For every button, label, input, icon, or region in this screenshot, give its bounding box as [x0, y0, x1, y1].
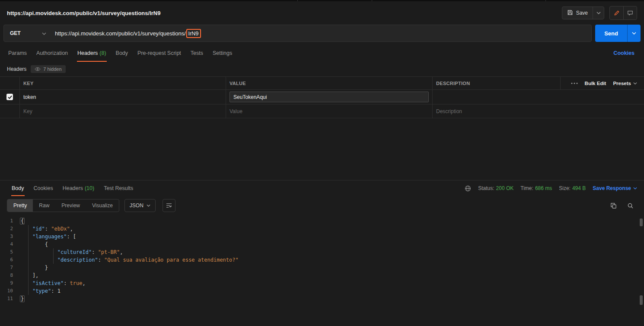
code-line: 9 "isActive": true,	[0, 279, 644, 287]
header-cell-value: VALUE	[226, 77, 432, 89]
bulk-edit-button[interactable]: Bulk Edit	[585, 81, 606, 86]
code-line: 8 ],	[0, 272, 644, 279]
topbar-actions: Save	[562, 6, 637, 20]
row-checkbox-cell	[0, 104, 19, 118]
key-cell[interactable]: token	[19, 90, 226, 104]
tab-authorization[interactable]: Authorization	[32, 44, 73, 62]
description-placeholder[interactable]: Description	[432, 104, 644, 118]
response-tab-headers-label: Headers	[63, 185, 83, 191]
presets-button[interactable]: Presets	[613, 81, 637, 86]
size-value: 494 B	[572, 185, 586, 191]
response-section: Body Cookies Headers (10) Test Results S…	[0, 180, 644, 326]
save-response-label: Save Response	[593, 185, 631, 191]
format-label: JSON	[130, 203, 143, 209]
tab-separator	[545, 0, 546, 1]
code-line: 4 {	[0, 241, 644, 248]
response-tab-headers[interactable]: Headers (10)	[58, 180, 99, 196]
wrap-lines-button[interactable]	[163, 199, 175, 212]
chevron-down-icon	[633, 187, 637, 190]
value-cell: SeuTokenAqui	[226, 90, 432, 104]
row-checkbox-cell	[0, 90, 19, 104]
edit-button[interactable]	[610, 6, 623, 19]
line-number: 3	[0, 233, 20, 241]
method-select[interactable]: GET	[4, 30, 52, 36]
method-label: GET	[10, 30, 21, 36]
response-meta: Status: 200 OK Time: 686 ms Size: 494 B …	[465, 185, 637, 192]
copy-response-button[interactable]	[610, 203, 617, 209]
tab-prerequest-script[interactable]: Pre-request Script	[133, 44, 186, 62]
line-number: 8	[0, 272, 20, 279]
send-button[interactable]: Send	[595, 25, 627, 42]
row-checkbox[interactable]	[6, 94, 13, 100]
value-placeholder[interactable]: Value	[226, 104, 432, 118]
send-options-button[interactable]	[627, 25, 641, 42]
check-icon	[8, 95, 12, 99]
response-tab-test-results[interactable]: Test Results	[99, 180, 138, 196]
view-pretty-button[interactable]: Pretty	[7, 199, 33, 212]
presets-label: Presets	[613, 81, 631, 86]
size-badge: Size: 494 B	[559, 185, 586, 191]
comments-button[interactable]	[623, 6, 637, 19]
url-text: https://api.movidesk.com/public/v1/surve…	[55, 30, 186, 37]
more-dots-icon	[571, 82, 578, 84]
line-number: 2	[0, 225, 20, 233]
send-button-group: Send	[595, 25, 641, 42]
scrollbar-thumb[interactable]	[640, 295, 643, 305]
view-raw-button[interactable]: Raw	[33, 199, 55, 212]
response-tab-body[interactable]: Body	[7, 180, 29, 196]
workspace-tab-strip	[0, 0, 644, 1]
response-actions	[610, 203, 637, 209]
code-line: 2 "id": "ebDx",	[0, 225, 644, 233]
line-number: 5	[0, 248, 20, 256]
key-placeholder[interactable]: Key	[19, 104, 226, 118]
response-tab-cookies[interactable]: Cookies	[29, 180, 58, 196]
line-number: 6	[0, 256, 20, 264]
code-line: 3 "languages": [	[0, 233, 644, 241]
network-info-button[interactable]	[465, 185, 471, 192]
tab-params[interactable]: Params	[3, 44, 32, 62]
url-control: GET https://api.movidesk.com/public/v1/s…	[3, 25, 592, 42]
empty-area	[0, 118, 644, 180]
format-select[interactable]: JSON	[124, 199, 156, 212]
tab-headers[interactable]: Headers (8)	[73, 44, 111, 62]
line-number: 11	[0, 295, 20, 303]
line-number: 10	[0, 287, 20, 295]
chevron-down-icon	[633, 82, 637, 85]
search-response-button[interactable]	[627, 203, 634, 209]
postman-window: https://api.movidesk.com/public/v1/surve…	[0, 0, 644, 326]
globe-icon	[465, 185, 471, 192]
header-cell-description: DESCRIPTION	[432, 77, 560, 89]
tab-settings[interactable]: Settings	[208, 44, 237, 62]
view-preview-button[interactable]: Preview	[55, 199, 86, 212]
value-input[interactable]: SeuTokenAqui	[230, 92, 429, 102]
request-tabs: Params Authorization Headers (8) Body Pr…	[0, 44, 644, 62]
url-input[interactable]: https://api.movidesk.com/public/v1/surve…	[52, 29, 591, 38]
wrap-lines-icon	[166, 203, 172, 208]
save-button-group: Save	[562, 6, 604, 19]
save-button-label: Save	[576, 10, 588, 16]
line-number: 4	[0, 241, 20, 248]
response-body-editor: 1{2 "id": "ebDx",3 "languages": [4 {5 "c…	[0, 215, 644, 326]
save-response-button[interactable]: Save Response	[593, 185, 637, 191]
header-row-token: token SeuTokenAqui	[0, 90, 644, 104]
save-options-button[interactable]	[593, 7, 604, 19]
time-value: 686 ms	[535, 185, 552, 191]
cookies-link[interactable]: Cookies	[613, 50, 641, 56]
chevron-down-icon	[42, 30, 46, 36]
more-actions-button[interactable]	[571, 82, 578, 84]
hidden-headers-badge[interactable]: 7 hidden	[31, 65, 65, 73]
code-line: 10 "type": 1	[0, 287, 644, 295]
tab-tests[interactable]: Tests	[186, 44, 208, 62]
chevron-down-icon	[632, 32, 636, 35]
header-cell-checkbox	[0, 77, 19, 89]
tab-headers-count: (8)	[99, 50, 106, 56]
table-header-controls: Bulk Edit Presets	[560, 77, 644, 89]
url-highlighted-segment: lrN9	[186, 29, 201, 38]
view-visualize-button[interactable]: Visualize	[86, 199, 119, 212]
scrollbar-thumb[interactable]	[640, 218, 643, 226]
save-button[interactable]: Save	[562, 7, 593, 19]
request-title-bar: https://api.movidesk.com/public/v1/surve…	[0, 1, 644, 25]
tab-body[interactable]: Body	[111, 44, 133, 62]
description-cell[interactable]	[432, 90, 644, 104]
chevron-down-icon	[596, 12, 601, 14]
